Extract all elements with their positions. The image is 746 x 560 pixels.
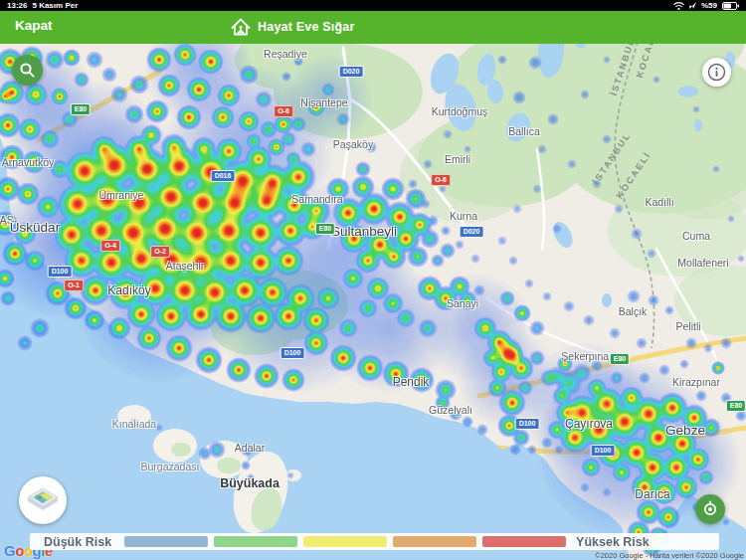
legend-gradient	[111, 536, 566, 547]
hes-app-window: ReşadiyeNişantepeKurtdoğmuşBallıcaPaşakö…	[0, 0, 746, 560]
forest-areas	[211, 0, 746, 355]
legend-segment-2	[303, 536, 387, 547]
search-button[interactable]	[12, 55, 43, 86]
status-time: 13:26	[7, 1, 27, 10]
wifi-icon	[673, 2, 684, 10]
my-location-button[interactable]	[695, 494, 725, 524]
map-type-icon	[27, 487, 59, 513]
info-button[interactable]	[702, 58, 731, 87]
app-title: Hayat Eve Sığar	[258, 20, 355, 34]
google-logo-letter: G	[4, 542, 15, 559]
search-icon	[19, 62, 36, 79]
close-button[interactable]: Kapat	[15, 18, 53, 33]
risk-legend: Düşük Risk Yüksek Risk	[30, 533, 719, 550]
app-brand: Hayat Eve Sığar	[229, 14, 355, 40]
legend-low-label: Düşük Risk	[44, 535, 111, 549]
map-type-button[interactable]	[19, 476, 67, 524]
google-logo-letter: o	[15, 542, 24, 559]
my-location-icon	[701, 500, 719, 518]
sea	[0, 137, 14, 251]
legend-high-label: Yüksek Risk	[576, 535, 650, 549]
legend-segment-4	[482, 536, 566, 547]
location-arrow-icon	[689, 2, 696, 9]
battery-icon	[722, 2, 739, 10]
map-viewport[interactable]	[0, 0, 746, 560]
legend-segment-3	[393, 536, 476, 547]
battery-percent: %59	[701, 1, 717, 10]
status-bar: 13:26 5 Kasım Per %59	[0, 0, 746, 11]
legend-segment-1	[214, 536, 297, 547]
info-icon	[707, 63, 726, 82]
map-copyright: ©2020 Google - Harita verileri ©2020 Goo…	[595, 551, 744, 560]
status-date: 5 Kasım Per	[32, 1, 78, 10]
app-header: Kapat Hayat Eve Sığar	[0, 11, 746, 44]
hes-logo-icon	[229, 14, 253, 40]
legend-segment-0	[124, 536, 208, 547]
